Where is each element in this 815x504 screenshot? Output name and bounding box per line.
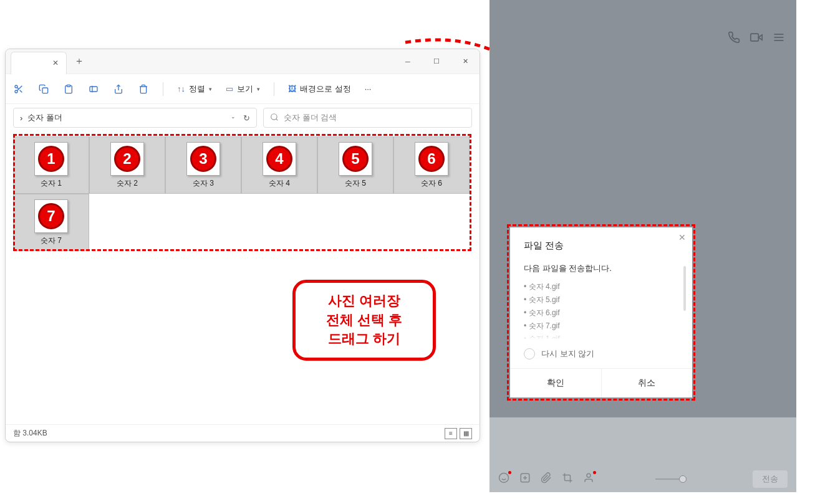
minimize-button[interactable]: ─ bbox=[393, 49, 422, 74]
svg-line-4 bbox=[17, 87, 19, 89]
paste-icon[interactable] bbox=[63, 83, 74, 95]
file-item[interactable]: 7 숫자 7 bbox=[13, 194, 89, 251]
profile-icon[interactable] bbox=[583, 472, 594, 486]
file-item[interactable]: 6 숫자 6 bbox=[393, 136, 470, 194]
svg-point-10 bbox=[271, 113, 277, 119]
set-wallpaper-button[interactable]: 🖼 배경으로 설정 bbox=[288, 83, 351, 95]
new-tab-button[interactable]: ＋ bbox=[74, 55, 84, 68]
view-button[interactable]: ▭ 보기 ▾ bbox=[226, 83, 260, 95]
svg-line-3 bbox=[20, 90, 22, 92]
file-thumbnail: 5 bbox=[339, 142, 372, 176]
svg-point-1 bbox=[15, 90, 17, 93]
copy-icon[interactable] bbox=[38, 83, 49, 95]
svg-marker-13 bbox=[758, 35, 762, 40]
confirm-button[interactable]: 확인 bbox=[510, 369, 602, 397]
instruction-callout: 사진 여러장 전체 선택 후 드래그 하기 bbox=[292, 280, 436, 361]
plus-icon[interactable] bbox=[519, 472, 531, 486]
file-item[interactable]: 1 숫자 1 bbox=[13, 136, 89, 194]
number-badge: 6 bbox=[418, 146, 445, 172]
instruction-line2: 전체 선택 후 bbox=[326, 311, 402, 330]
modal-highlight: ✕ 파일 전송 다음 파일을 전송합니다. 숫자 4.gif숫자 5.gif숫자… bbox=[507, 224, 695, 401]
dont-show-row[interactable]: 다시 보지 않기 bbox=[524, 348, 678, 359]
explorer-toolbar: ↑↓ 정렬 ▾ ▭ 보기 ▾ 🖼 배경으로 설정 ··· bbox=[6, 74, 480, 104]
zoom-slider[interactable] bbox=[655, 475, 687, 483]
search-input[interactable]: 숫자 폴더 검색 bbox=[263, 108, 472, 128]
number-badge: 2 bbox=[114, 146, 140, 172]
file-explorer-window: ✕ ＋ ─ ☐ ✕ ↑↓ 정렬 ▾ bbox=[5, 49, 480, 442]
list-item: 숫자 6.gif bbox=[524, 307, 678, 320]
file-label: 숫자 7 bbox=[41, 235, 62, 246]
file-thumbnail: 6 bbox=[415, 142, 448, 176]
modal-file-list: 숫자 4.gif숫자 5.gif숫자 6.gif숫자 7.gif숫자 1.gif bbox=[524, 280, 678, 340]
attach-icon[interactable] bbox=[541, 472, 552, 486]
svg-point-0 bbox=[15, 85, 17, 88]
list-item: 숫자 4.gif bbox=[524, 280, 678, 293]
menu-icon[interactable] bbox=[773, 31, 785, 46]
chat-window: ✕ 파일 전송 다음 파일을 전송합니다. 숫자 4.gif숫자 5.gif숫자… bbox=[489, 0, 796, 492]
send-button[interactable]: 전송 bbox=[753, 470, 788, 488]
checkbox-icon[interactable] bbox=[524, 348, 535, 359]
file-thumbnail: 1 bbox=[34, 142, 68, 176]
file-label: 숫자 2 bbox=[117, 178, 138, 189]
maximize-button[interactable]: ☐ bbox=[422, 49, 451, 74]
rename-icon[interactable] bbox=[88, 83, 99, 95]
refresh-icon[interactable]: ↻ bbox=[243, 113, 250, 123]
close-button[interactable]: ✕ bbox=[451, 49, 480, 74]
chat-toolbar: 전송 bbox=[489, 466, 796, 492]
file-label: 숫자 1 bbox=[41, 178, 62, 189]
svg-rect-14 bbox=[751, 34, 759, 41]
breadcrumb-folder[interactable]: 숫자 폴더 bbox=[27, 112, 62, 123]
file-thumbnail: 3 bbox=[186, 142, 220, 176]
call-icon[interactable] bbox=[728, 31, 740, 46]
crop-icon[interactable] bbox=[562, 472, 573, 486]
wallpaper-label: 배경으로 설정 bbox=[300, 83, 351, 95]
separator bbox=[274, 82, 274, 96]
chat-input[interactable] bbox=[489, 417, 796, 466]
number-badge: 7 bbox=[38, 203, 64, 229]
search-icon bbox=[270, 113, 279, 123]
modal-message: 다음 파일을 전송합니다. bbox=[524, 263, 678, 274]
search-placeholder: 숫자 폴더 검색 bbox=[284, 112, 337, 123]
svg-point-24 bbox=[587, 473, 591, 477]
file-item[interactable]: 2 숫자 2 bbox=[89, 136, 165, 194]
number-badge: 3 bbox=[190, 146, 216, 172]
file-thumbnail: 2 bbox=[110, 142, 144, 176]
file-grid-area: 1 숫자 1 2 숫자 2 3 숫자 3 4 숫자 4 5 숫자 5 6 숫자 … bbox=[6, 131, 480, 256]
sort-label: 정렬 bbox=[189, 83, 205, 95]
tab-close-icon[interactable]: ✕ bbox=[52, 59, 59, 67]
scrollbar[interactable] bbox=[683, 266, 686, 311]
file-thumbnail: 4 bbox=[263, 142, 296, 176]
cancel-button[interactable]: 취소 bbox=[602, 369, 693, 397]
delete-icon[interactable] bbox=[138, 83, 149, 95]
file-item[interactable]: 4 숫자 4 bbox=[241, 136, 317, 194]
chevron-down-icon: ▾ bbox=[209, 86, 212, 92]
file-label: 숫자 6 bbox=[421, 178, 442, 189]
address-bar[interactable]: › 숫자 폴더 ⌄ ↻ bbox=[13, 108, 257, 128]
number-badge: 1 bbox=[38, 146, 64, 172]
file-label: 숫자 5 bbox=[345, 178, 366, 189]
chat-header bbox=[489, 0, 796, 56]
file-item[interactable]: 5 숫자 5 bbox=[317, 136, 393, 194]
emoji-icon[interactable] bbox=[498, 472, 509, 486]
list-view-icon[interactable]: ≡ bbox=[445, 428, 457, 439]
address-dropdown-icon[interactable]: ⌄ bbox=[231, 113, 236, 123]
video-icon[interactable] bbox=[750, 31, 763, 46]
file-transfer-modal: ✕ 파일 전송 다음 파일을 전송합니다. 숫자 4.gif숫자 5.gif숫자… bbox=[510, 227, 692, 397]
file-label: 숫자 3 bbox=[193, 178, 214, 189]
grid-view-icon[interactable]: ▦ bbox=[460, 428, 472, 439]
instruction-line1: 사진 여러장 bbox=[328, 292, 400, 311]
titlebar: ✕ ＋ ─ ☐ ✕ bbox=[6, 49, 480, 74]
svg-line-11 bbox=[276, 118, 278, 120]
file-item[interactable]: 3 숫자 3 bbox=[165, 136, 241, 194]
sort-button[interactable]: ↑↓ 정렬 ▾ bbox=[177, 83, 212, 95]
share-icon[interactable] bbox=[113, 83, 124, 95]
file-thumbnail: 7 bbox=[34, 199, 68, 233]
chevron-down-icon: ▾ bbox=[257, 86, 260, 92]
separator bbox=[163, 82, 163, 96]
cut-icon[interactable] bbox=[13, 83, 24, 95]
svg-rect-5 bbox=[42, 88, 48, 93]
more-button[interactable]: ··· bbox=[365, 84, 372, 93]
explorer-tab[interactable]: ✕ bbox=[11, 52, 67, 74]
status-text: 함 3.04KB bbox=[13, 428, 47, 439]
breadcrumb-chevron: › bbox=[20, 113, 22, 123]
